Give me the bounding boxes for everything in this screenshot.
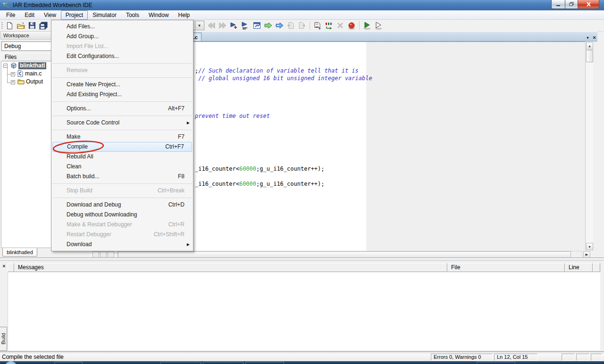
expand-icon[interactable]: + xyxy=(11,72,15,76)
status-pane xyxy=(562,354,575,361)
scroll-down-icon[interactable]: ▼ xyxy=(586,243,593,250)
build-log-tab[interactable]: Build xyxy=(0,327,7,351)
tab-list-dropdown-icon[interactable]: ▼ xyxy=(585,35,591,41)
menubar-item-file[interactable]: File xyxy=(1,10,20,20)
horizontal-scroll-thumb[interactable] xyxy=(118,251,571,258)
taskbar-button[interactable] xyxy=(245,362,284,364)
splitter-button[interactable] xyxy=(100,251,107,258)
editor-vertical-scrollbar[interactable]: ▲ ▼ xyxy=(585,41,593,251)
menu-item-label: Clean xyxy=(67,162,81,172)
code-segment-code: ;g_u_i16_counter++); xyxy=(256,181,325,187)
messages-panel: × Messages File Line Build xyxy=(0,262,604,352)
menu-separator xyxy=(52,101,192,102)
horizontal-splitter[interactable] xyxy=(0,257,604,262)
menu-item-label: Add Existing Project... xyxy=(67,90,122,99)
menu-item-make[interactable]: MakeF7 xyxy=(51,132,193,142)
taskbar-button[interactable] xyxy=(54,362,83,364)
menu-item-clean[interactable]: Clean xyxy=(51,162,193,172)
menubar-item-view[interactable]: View xyxy=(39,10,61,20)
close-button[interactable] xyxy=(578,0,599,9)
close-editor-icon[interactable]: ✕ xyxy=(591,35,597,41)
download-and-debug-icon[interactable] xyxy=(362,20,372,31)
splitter-button[interactable] xyxy=(92,251,99,258)
messages-header-spacer xyxy=(593,263,600,272)
menu-item-source-code-control[interactable]: Source Code Control▶ xyxy=(51,118,193,128)
tree-label-project[interactable]: blinkthatl xyxy=(18,62,46,69)
scroll-up-icon[interactable]: ▲ xyxy=(586,42,593,50)
status-hint: Compile the selected file xyxy=(2,354,64,360)
menu-item-add-group[interactable]: Add Group... xyxy=(51,32,193,41)
menu-item-debug-without-downloading[interactable]: Debug without Downloading xyxy=(51,210,193,220)
menu-item-download-and-debug[interactable]: Download and DebugCtrl+D xyxy=(51,200,193,210)
next-bookmark-icon[interactable] xyxy=(240,20,251,31)
menu-item-options[interactable]: Options...Alt+F7 xyxy=(51,104,193,114)
status-bar: Compile the selected file Errors 0, Warn… xyxy=(0,353,604,361)
taskbar-button[interactable] xyxy=(160,362,201,364)
code-line[interactable]: _i16_counter<60000;g_u_i16_counter++); xyxy=(195,180,325,188)
new-document-icon[interactable] xyxy=(4,20,15,31)
submenu-arrow-icon: ▶ xyxy=(187,118,190,128)
menu-item-edit-configurations[interactable]: Edit Configurations... xyxy=(51,51,193,61)
taskbar-button[interactable] xyxy=(203,362,243,364)
menu-item-label: Make xyxy=(67,132,80,142)
file-column-header: File xyxy=(447,263,565,272)
menubar-item-simulator[interactable]: Simulator xyxy=(88,10,121,20)
menu-item-download[interactable]: Download▶ xyxy=(51,240,193,249)
menu-item-compile[interactable]: CompileCtrl+F7 xyxy=(52,142,192,152)
toggle-bookmark-icon[interactable] xyxy=(229,20,239,31)
find-in-files-icon[interactable] xyxy=(252,20,262,31)
menu-item-rebuild-all[interactable]: Rebuild All xyxy=(51,152,193,162)
menu-separator xyxy=(52,77,192,78)
save-icon[interactable] xyxy=(27,20,37,31)
go-icon[interactable] xyxy=(263,20,273,31)
menubar-item-project[interactable]: Project xyxy=(61,10,88,20)
menu-separator xyxy=(52,198,192,198)
toolbar-separator xyxy=(359,21,360,30)
messages-list[interactable] xyxy=(8,272,600,350)
code-segment-comment: // global unsigned 16 bit unsigned integ… xyxy=(195,75,372,82)
tree-label-main-c[interactable]: main.c xyxy=(25,70,42,77)
batch-build-icon[interactable] xyxy=(324,20,334,31)
close-messages-icon[interactable]: × xyxy=(1,263,7,269)
submenu-arrow-icon: ▶ xyxy=(187,240,190,249)
code-line[interactable]: prevent time out reset xyxy=(195,112,270,120)
compile-file-icon[interactable] xyxy=(312,20,323,31)
collapse-icon[interactable]: − xyxy=(3,64,8,68)
stop-build-icon xyxy=(335,20,345,31)
splitter-button[interactable] xyxy=(108,251,114,258)
code-line[interactable]: ;// Such declaration of variable tell th… xyxy=(195,67,359,74)
save-all-icon[interactable] xyxy=(38,20,49,31)
restore-button[interactable] xyxy=(565,0,578,9)
expand-icon[interactable]: + xyxy=(11,80,15,84)
quick-goto-icon[interactable] xyxy=(274,20,285,31)
menu-item-label: Batch build... xyxy=(67,172,99,182)
caret-position-indicator: Ln 12, Col 15 xyxy=(494,354,537,361)
folder-icon xyxy=(17,79,25,86)
menu-item-add-existing-project[interactable]: Add Existing Project... xyxy=(51,90,193,99)
vertical-scroll-thumb[interactable] xyxy=(586,50,593,62)
scroll-right-icon[interactable]: ▶ xyxy=(583,251,590,258)
menu-item-create-new-project[interactable]: Create New Project... xyxy=(51,80,193,90)
open-file-icon[interactable] xyxy=(16,20,26,31)
menubar-item-window[interactable]: Window xyxy=(144,10,174,20)
debug-without-downloading-icon[interactable] xyxy=(373,20,384,31)
toggle-breakpoint-icon[interactable] xyxy=(346,20,357,31)
tree-label-output[interactable]: Output xyxy=(26,78,43,85)
combo-dropdown-icon[interactable]: ▼ xyxy=(195,22,203,29)
menubar-item-help[interactable]: Help xyxy=(174,10,195,20)
code-line[interactable]: _i16_counter<60000;g_u_i16_counter++); xyxy=(195,165,325,173)
menu-item-shortcut: Ctrl+R xyxy=(168,220,185,230)
menubar-item-tools[interactable]: Tools xyxy=(121,10,144,20)
workspace-project-tab[interactable]: blinkthatled xyxy=(2,248,37,256)
menu-item-batch-build[interactable]: Batch build...F8 xyxy=(51,172,193,182)
menu-item-label: Edit Configurations... xyxy=(67,51,119,61)
menu-item-add-files[interactable]: Add Files... xyxy=(51,22,193,32)
menu-separator xyxy=(52,63,192,64)
start-orb-icon[interactable] xyxy=(5,361,17,364)
code-line[interactable]: // global unsigned 16 bit unsigned integ… xyxy=(195,74,372,82)
minimize-button[interactable] xyxy=(551,0,565,9)
menu-item-shortcut: Ctrl+Break xyxy=(158,186,185,196)
menubar-item-edit[interactable]: Edit xyxy=(20,10,39,20)
application-window: IAR Embedded Workbench IDE FileEditViewP… xyxy=(0,0,604,364)
taskbar-button[interactable] xyxy=(477,362,515,364)
